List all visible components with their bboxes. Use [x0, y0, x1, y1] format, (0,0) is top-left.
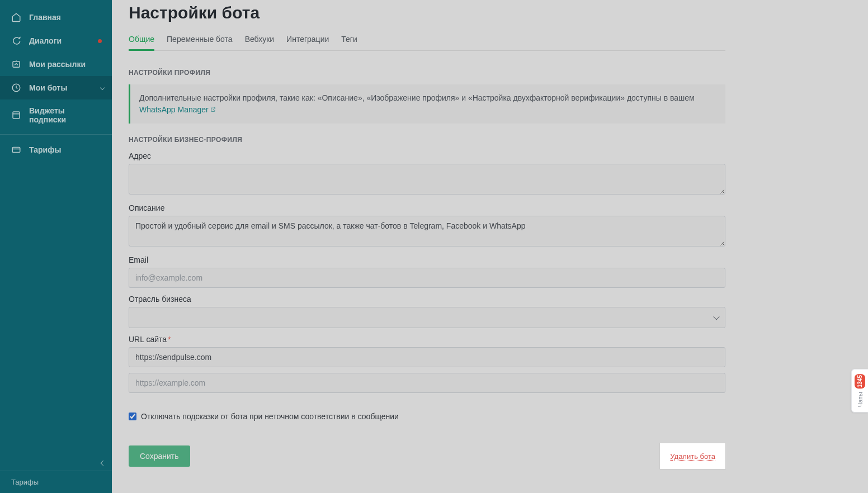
chat-icon — [11, 36, 21, 46]
sidebar-item-broadcasts[interactable]: Мои рассылки — [0, 53, 112, 76]
url-input-1[interactable] — [129, 347, 725, 367]
sidebar-divider — [0, 134, 112, 135]
url-label: URL сайта* — [129, 335, 725, 344]
delete-bot-highlight: Удалить бота — [660, 443, 725, 469]
description-input[interactable] — [129, 216, 725, 246]
sidebar-item-home[interactable]: Главная — [0, 6, 112, 29]
svg-rect-0 — [13, 61, 20, 68]
external-link-icon — [210, 104, 216, 110]
disable-hints-checkbox[interactable] — [129, 413, 136, 420]
industry-label: Отрасль бизнеса — [129, 295, 725, 304]
sidebar-item-bots[interactable]: Мои боты — [0, 76, 112, 99]
tab-webhooks[interactable]: Вебхуки — [245, 29, 274, 50]
widget-icon — [11, 110, 21, 120]
profile-section-heading: НАСТРОЙКИ ПРОФИЛЯ — [129, 69, 725, 77]
svg-rect-3 — [12, 148, 20, 153]
sidebar-collapse-button[interactable] — [97, 457, 108, 468]
description-label: Описание — [129, 203, 725, 212]
required-asterisk: * — [168, 335, 171, 344]
chat-count-badge: 1345 — [855, 374, 865, 388]
address-input[interactable] — [129, 164, 725, 195]
delete-bot-button[interactable]: Удалить бота — [670, 452, 715, 461]
page-title: Настройки бота — [129, 0, 725, 26]
sidebar-item-label: Диалоги — [29, 36, 62, 45]
business-section-heading: НАСТРОЙКИ БИЗНЕС-ПРОФИЛЯ — [129, 136, 725, 144]
sidebar-item-dialogs[interactable]: Диалоги — [0, 29, 112, 53]
save-button[interactable]: Сохранить — [129, 445, 190, 467]
sidebar-item-label: Мои боты — [29, 83, 67, 92]
main-content: Настройки бота Общие Переменные бота Веб… — [112, 0, 868, 493]
sidebar: Главная Диалоги Мои рассылки Мои боты — [0, 0, 112, 493]
sidebar-item-label: Главная — [29, 13, 61, 22]
sidebar-item-label: Тарифы — [29, 145, 61, 154]
profile-info-box: Дополнительные настройки профиля, такие … — [129, 84, 725, 124]
sidebar-item-label: Мои рассылки — [29, 60, 86, 69]
clock-icon — [11, 83, 21, 93]
card-icon — [11, 145, 21, 155]
tabs: Общие Переменные бота Вебхуки Интеграции… — [129, 29, 725, 51]
svg-rect-2 — [13, 112, 20, 118]
chat-widget[interactable]: 1345 Чаты — [851, 369, 868, 413]
info-text: Дополнительные настройки профиля, такие … — [139, 93, 695, 102]
tab-variables[interactable]: Переменные бота — [167, 29, 233, 50]
chat-widget-label: Чаты — [857, 392, 864, 407]
whatsapp-manager-link[interactable]: WhatsApp Manager — [139, 105, 216, 114]
url-input-2[interactable] — [129, 373, 725, 393]
broadcast-icon — [11, 59, 21, 69]
sidebar-item-label: Виджеты подписки — [29, 106, 101, 124]
disable-hints-label[interactable]: Отключать подсказки от бота при неточном… — [141, 412, 399, 421]
sidebar-item-tariffs[interactable]: Тарифы — [0, 138, 112, 162]
tab-integrations[interactable]: Интеграции — [286, 29, 329, 50]
sidebar-item-widgets[interactable]: Виджеты подписки — [0, 99, 112, 131]
industry-select[interactable] — [129, 307, 725, 328]
address-label: Адрес — [129, 151, 725, 160]
notification-dot-icon — [98, 39, 102, 43]
tab-general[interactable]: Общие — [129, 29, 154, 50]
email-label: Email — [129, 255, 725, 264]
tab-tags[interactable]: Теги — [341, 29, 357, 50]
home-icon — [11, 12, 21, 22]
sidebar-bottom-tariffs[interactable]: Тарифы — [0, 471, 112, 493]
email-input[interactable] — [129, 268, 725, 288]
